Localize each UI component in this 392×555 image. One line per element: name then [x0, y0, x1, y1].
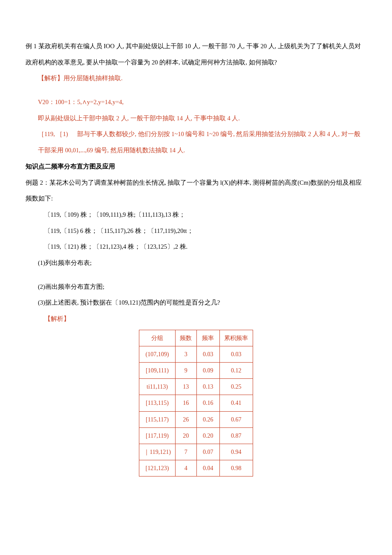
- cell-cum: 0.94: [219, 444, 253, 460]
- example-1: 例 1 某政府机关有在编人员 IOO 人, 其中副处级以上干部 10 人, 一般…: [26, 38, 366, 70]
- cell-group: [109,111): [139, 363, 176, 379]
- cell-freq: 9: [175, 363, 196, 379]
- example-2-data-line-2: 〔119,〔115) 6 株；〔115,117),26 株；〔117,119),…: [26, 223, 366, 239]
- frequency-table: 分组 频数 频率 累积频率 (107,109) 3 0.03 0.03 [109…: [139, 330, 253, 477]
- cell-group: ｜119,121): [139, 444, 176, 460]
- th-cum: 累积频率: [219, 330, 253, 346]
- question-2: (2)画出频率分布直方图;: [26, 279, 366, 295]
- table-row: ｜119,121) 7 0.07 0.94: [139, 444, 253, 460]
- example-2-data-line-1: 〔119,〔109) 株；〔109,111),9 株;〔111,113),13 …: [26, 207, 366, 223]
- solution-1-line-3a: ［119, ［1): [38, 131, 68, 137]
- section-heading-2: 知识点二频率分布直方图及应用: [26, 159, 366, 175]
- table-row: [117,119) 20 0.20 0.87: [139, 427, 253, 444]
- cell-freq: 20: [175, 427, 196, 444]
- cell-freq: 7: [175, 444, 196, 460]
- cell-freq: 3: [175, 346, 196, 362]
- cell-group: ti11,113): [139, 379, 176, 395]
- table-row: [115,117) 26 0.26 0.67: [139, 411, 253, 427]
- solution-2-label: 【解析】: [26, 311, 366, 327]
- cell-group: (107,109): [139, 346, 176, 362]
- cell-cum: 0.03: [219, 346, 253, 362]
- cell-rate: 0.04: [196, 460, 219, 477]
- example-2: 例题 2：某花木公司为了调查某种树苗的生长情况, 抽取了一个容量为 l(X)的样…: [26, 175, 366, 207]
- table-row: (107,109) 3 0.03 0.03: [139, 346, 253, 362]
- question-1: (1)列出频率分布表;: [26, 255, 366, 271]
- cell-group: [115,117): [139, 411, 176, 427]
- solution-1-line-3b: 部与干事人数都较少, 他们分别按 1~10 编号和 1~20 编号, 然后采用抽…: [38, 131, 360, 154]
- table-row: ti11,113) 13 0.13 0.25: [139, 379, 253, 395]
- th-rate: 频率: [196, 330, 219, 346]
- cell-group: [113,115): [139, 395, 176, 411]
- th-group: 分组: [139, 330, 176, 346]
- cell-freq: 16: [175, 395, 196, 411]
- th-freq: 频数: [175, 330, 196, 346]
- table-row: [113,115) 16 0.16 0.41: [139, 395, 253, 411]
- cell-freq: 4: [175, 460, 196, 477]
- cell-rate: 0.09: [196, 363, 219, 379]
- cell-rate: 0.26: [196, 411, 219, 427]
- cell-group: [117,119): [139, 427, 176, 444]
- solution-1-line-3: ［119, ［1) 部与干事人数都较少, 他们分别按 1~10 编号和 1~20…: [26, 126, 366, 158]
- table-header-row: 分组 频数 频率 累积频率: [139, 330, 253, 346]
- cell-rate: 0.16: [196, 395, 219, 411]
- frequency-table-wrap: 分组 频数 频率 累积频率 (107,109) 3 0.03 0.03 [109…: [26, 330, 366, 477]
- cell-rate: 0.07: [196, 444, 219, 460]
- question-3: (3)据上述图表, 预计数据在〔109,121)范围内的可能性是百分之几?: [26, 295, 366, 311]
- table-row: [109,111) 9 0.09 0.12: [139, 363, 253, 379]
- cell-cum: 0.67: [219, 411, 253, 427]
- example-2-data-line-3: 〔119,〔121) 株；〔121,123),4 株；〔123,125〕,2 株…: [26, 239, 366, 255]
- cell-cum: 0.25: [219, 379, 253, 395]
- cell-freq: 13: [175, 379, 196, 395]
- cell-rate: 0.03: [196, 346, 219, 362]
- cell-cum: 0.41: [219, 395, 253, 411]
- cell-freq: 26: [175, 411, 196, 427]
- cell-cum: 0.12: [219, 363, 253, 379]
- cell-group: [121,123): [139, 460, 176, 477]
- solution-1-line-2: 即从副处级以上干部中抽取 2 人, 一般干部中抽取 14 人, 干事中抽取 4 …: [26, 110, 366, 127]
- cell-rate: 0.20: [196, 427, 219, 444]
- solution-1-label: 【解析】用分层随机抽样抽取.: [26, 70, 366, 87]
- cell-cum: 0.87: [219, 427, 253, 444]
- table-row: [121,123) 4 0.04 0.98: [139, 460, 253, 477]
- cell-rate: 0.13: [196, 379, 219, 395]
- solution-1-line-1: V20：100=1：5,∧y=2,y=14,y=4,: [26, 94, 366, 110]
- cell-cum: 0.98: [219, 460, 253, 477]
